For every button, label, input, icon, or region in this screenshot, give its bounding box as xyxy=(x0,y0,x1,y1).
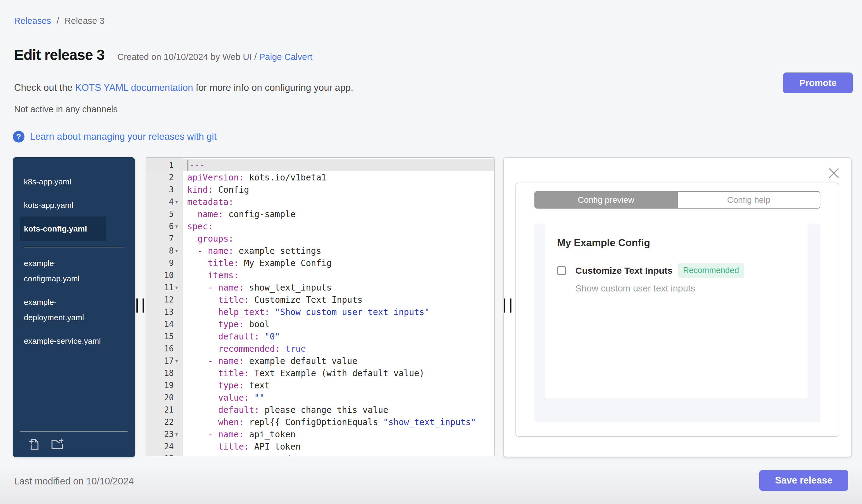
config-tab-group: Config preview Config help xyxy=(534,191,820,209)
page-title: Edit release 3 xyxy=(14,47,105,63)
fold-arrow-icon[interactable]: ▾ xyxy=(174,358,183,364)
code-token: bool xyxy=(244,319,270,329)
help-question-icon[interactable]: ? xyxy=(13,131,25,143)
code-line-content: recommended: true xyxy=(183,343,494,355)
line-number: 23▾ xyxy=(146,430,183,439)
fold-arrow-icon[interactable]: ▾ xyxy=(174,284,183,291)
code-line-content: name: config-sample xyxy=(183,208,494,220)
code-line-14[interactable]: 14 type: bool xyxy=(146,318,494,330)
line-number-text: 24 xyxy=(164,442,174,451)
code-line-10[interactable]: 10 items: xyxy=(146,269,494,281)
code-token: type: xyxy=(218,454,244,456)
code-line-8[interactable]: 8▾ - name: example_settings xyxy=(146,245,494,257)
line-number-text: 21 xyxy=(164,405,174,414)
code-line-13[interactable]: 13 help_text: "Show custom user text inp… xyxy=(146,306,494,318)
git-releases-link[interactable]: Learn about managing your releases with … xyxy=(30,131,217,142)
code-token: "0" xyxy=(259,332,280,342)
code-token xyxy=(187,258,208,268)
line-number: 22 xyxy=(146,417,183,427)
sidebar-item-k8s-app[interactable]: k8s-app.yaml xyxy=(20,170,106,194)
code-token xyxy=(187,405,218,415)
created-author-link[interactable]: Paige Calvert xyxy=(259,52,312,62)
line-number-text: 8 xyxy=(169,246,174,255)
add-folder-icon[interactable] xyxy=(50,436,64,452)
code-line-22[interactable]: 22 when: repl{{ ConfigOptionEquals "show… xyxy=(146,416,494,428)
code-token: "show_text_inputs" xyxy=(383,417,476,427)
tab-config-help[interactable]: Config help xyxy=(677,192,820,208)
config-item-help: Show custom user text inputs xyxy=(575,283,808,294)
code-token: metadata: xyxy=(187,197,234,207)
code-line-7[interactable]: 7 groups: xyxy=(146,233,494,245)
line-number-text: 25 xyxy=(164,454,174,456)
line-number-text: 18 xyxy=(164,369,174,378)
code-line-25[interactable]: 25 type: password xyxy=(146,453,494,456)
fold-arrow-icon[interactable]: ▾ xyxy=(174,431,183,437)
code-line-content: - name: api_token xyxy=(183,428,494,440)
code-line-5[interactable]: 5 name: config-sample xyxy=(146,208,494,220)
promote-button[interactable]: Promote xyxy=(783,72,853,93)
customize-text-inputs-checkbox[interactable] xyxy=(557,266,566,275)
fold-arrow-icon[interactable]: ▾ xyxy=(174,223,183,229)
code-line-24[interactable]: 24 title: API token xyxy=(146,440,494,453)
fold-arrow-icon[interactable]: ▾ xyxy=(174,199,183,205)
file-sidebar: k8s-app.yamlkots-app.yamlkots-config.yam… xyxy=(13,157,135,457)
code-token: name: xyxy=(198,209,223,219)
fold-arrow-icon[interactable]: ▾ xyxy=(174,248,183,254)
line-number: 14 xyxy=(146,320,183,329)
close-icon[interactable] xyxy=(827,166,840,181)
sidebar-item-example-configmap[interactable]: example-configmap.yaml xyxy=(20,251,106,291)
tab-config-preview[interactable]: Config preview xyxy=(535,192,677,208)
code-line-19[interactable]: 19 type: text xyxy=(146,379,494,392)
code-line-content: - name: example_settings xyxy=(183,245,494,257)
sidebar-item-example-service[interactable]: example-service.yaml xyxy=(20,329,106,353)
breadcrumb: Releases / Release 3 xyxy=(14,16,105,26)
config-group-title: My Example Config xyxy=(557,237,808,249)
code-line-content: - name: example_default_value xyxy=(183,355,494,367)
line-number-text: 14 xyxy=(164,320,174,329)
add-file-icon[interactable] xyxy=(26,436,41,452)
code-editor[interactable]: 1---2apiVersion: kots.io/v1beta13kind: C… xyxy=(146,157,495,456)
code-lines: 1---2apiVersion: kots.io/v1beta13kind: C… xyxy=(146,159,494,456)
code-line-20[interactable]: 20 value: "" xyxy=(146,392,494,404)
code-token: title: xyxy=(208,258,239,268)
sidebar-item-example-deployment[interactable]: example-deployment.yaml xyxy=(20,290,106,330)
kots-docs-link[interactable]: KOTS YAML documentation xyxy=(75,82,193,93)
line-number: 16 xyxy=(146,344,183,353)
code-line-23[interactable]: 23▾ - name: api_token xyxy=(146,428,494,440)
line-number-text: 9 xyxy=(169,258,174,268)
code-line-17[interactable]: 17▾ - name: example_default_value xyxy=(146,355,494,367)
code-line-9[interactable]: 9 title: My Example Config xyxy=(146,257,494,269)
code-line-15[interactable]: 15 default: "0" xyxy=(146,330,494,343)
editor-panel-drag-handle[interactable] xyxy=(504,299,511,313)
code-line-3[interactable]: 3kind: Config xyxy=(146,184,494,196)
code-line-content: items: xyxy=(183,269,494,281)
code-line-4[interactable]: 4▾metadata: xyxy=(146,196,494,208)
sidebar-item-kots-config[interactable]: kots-config.yaml xyxy=(20,216,106,241)
code-line-2[interactable]: 2apiVersion: kots.io/v1beta1 xyxy=(146,171,494,184)
line-number: 17▾ xyxy=(146,356,183,366)
breadcrumb-releases-link[interactable]: Releases xyxy=(14,16,51,26)
code-token: items: xyxy=(208,270,239,280)
channel-status: Not active in any channels xyxy=(14,104,118,115)
config-item-label: Customize Text Inputs xyxy=(575,265,672,276)
line-number-text: 1 xyxy=(169,161,174,170)
sidebar-actions xyxy=(20,436,128,452)
sidebar-editor-drag-handle[interactable] xyxy=(136,299,144,313)
line-number-text: 11 xyxy=(164,283,174,292)
code-line-18[interactable]: 18 title: Text Example (with default val… xyxy=(146,367,494,379)
line-number-text: 2 xyxy=(169,173,174,182)
text-cursor xyxy=(187,160,188,171)
code-token: title: xyxy=(218,295,249,305)
line-number: 21 xyxy=(146,405,183,414)
save-release-button[interactable]: Save release xyxy=(759,470,848,491)
line-number: 5 xyxy=(146,210,183,219)
sidebar-item-kots-app[interactable]: kots-app.yaml xyxy=(20,193,106,217)
code-line-1[interactable]: 1--- xyxy=(146,159,494,171)
code-line-21[interactable]: 21 default: please change this value xyxy=(146,404,494,416)
code-line-16[interactable]: 16 recommended: true xyxy=(146,343,494,355)
code-line-11[interactable]: 11▾ - name: show_text_inputs xyxy=(146,281,494,294)
code-line-6[interactable]: 6▾spec: xyxy=(146,220,494,233)
file-list: k8s-app.yamlkots-app.yamlkots-config.yam… xyxy=(13,157,135,353)
code-line-12[interactable]: 12 title: Customize Text Inputs xyxy=(146,294,494,306)
code-token xyxy=(187,344,218,354)
